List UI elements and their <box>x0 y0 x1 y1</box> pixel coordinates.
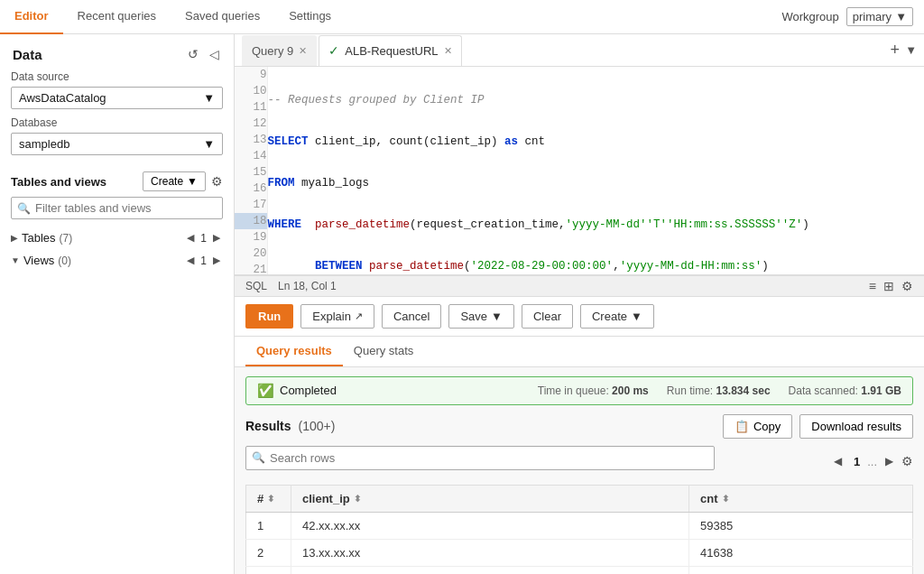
data-scanned-stat: Data scanned: 1.91 GB <box>789 384 901 397</box>
cancel-button[interactable]: Cancel <box>382 304 441 329</box>
copy-button[interactable]: 📋 Copy <box>723 414 792 439</box>
tables-next-btn[interactable]: ▶ <box>210 231 223 245</box>
results-table: # ⬍ client_ip ⬍ <box>245 485 913 575</box>
add-tab-button[interactable]: + <box>887 41 904 60</box>
cell-num: 3 <box>246 566 291 574</box>
tables-prev-btn[interactable]: ◀ <box>184 231 197 245</box>
status-check-icon: ✓ <box>328 43 339 58</box>
status-bar: SQL Ln 18, Col 1 ≡ ⊞ ⚙ <box>235 275 924 297</box>
next-page-button[interactable]: ▶ <box>881 453 898 469</box>
chevron-down-icon: ▼ <box>203 91 215 105</box>
datasource-label: Data source <box>11 70 223 83</box>
search-icon: 🔍 <box>17 202 31 215</box>
tab-saved-queries[interactable]: Saved queries <box>171 0 274 34</box>
views-prev-btn[interactable]: ◀ <box>184 254 197 267</box>
tab-query9[interactable]: Query 9 ✕ <box>242 35 317 66</box>
collapse-icon: ▼ <box>11 255 20 265</box>
layout-icon[interactable]: ⊞ <box>883 279 894 293</box>
create-table-button[interactable]: Create ▼ <box>143 171 206 191</box>
close-query9-icon[interactable]: ✕ <box>299 45 307 57</box>
chevron-down-icon: ▼ <box>203 137 215 151</box>
clear-button[interactable]: Clear <box>522 304 573 329</box>
chevron-down-icon: ▼ <box>895 10 907 23</box>
cell-client-ip: 13.xxx.xxx.xxx <box>291 566 689 574</box>
views-count: (0) <box>58 255 71 267</box>
results-actions: 📋 Copy Download results <box>723 414 913 439</box>
views-page-num: 1 <box>200 255 207 267</box>
main-layout: Data ↺ ◁ Data source AwsDataCatalog ▼ Da… <box>0 34 924 574</box>
editor-tab-bar: Query 9 ✕ ✓ ALB-RequestURL ✕ + ▼ <box>235 34 924 67</box>
tab-recent-queries[interactable]: Recent queries <box>63 0 171 34</box>
tables-tree: ▶ Tables (7) ◀ 1 ▶ ▼ Views (0) ◀ 1 ▶ <box>0 227 234 272</box>
workgroup-select[interactable]: primary ▼ <box>846 7 913 26</box>
filter-tables-input[interactable] <box>11 197 223 219</box>
time-in-queue-stat: Time in queue: 200 ms <box>538 384 649 397</box>
action-bar: Run Explain ↗ Cancel Save ▼ Clear Create… <box>235 297 924 337</box>
cursor-position: Ln 18, Col 1 <box>278 280 337 292</box>
tab-settings[interactable]: Settings <box>274 0 346 34</box>
search-rows-wrap: 🔍 <box>245 446 715 470</box>
close-alb-icon[interactable]: ✕ <box>444 45 452 57</box>
database-select[interactable]: sampledb ▼ <box>11 133 223 155</box>
tables-views-header: Tables and views Create ▼ ⚙ <box>0 162 234 197</box>
views-label: Views <box>23 254 54 267</box>
results-title: Results (100+) <box>245 419 335 433</box>
views-tree-item[interactable]: ▼ Views (0) ◀ 1 ▶ <box>11 249 223 272</box>
results-tab-bar: Query results Query stats <box>235 337 924 367</box>
cell-num: 1 <box>246 512 291 539</box>
page-settings-icon[interactable]: ⚙ <box>901 454 913 468</box>
run-button[interactable]: Run <box>245 304 293 329</box>
tab-alb-requesturl[interactable]: ✓ ALB-RequestURL ✕ <box>319 35 461 66</box>
sidebar-icons: ↺ ◁ <box>186 45 221 63</box>
download-results-button[interactable]: Download results <box>799 414 913 439</box>
search-pagination-row: 🔍 ◀ 1 ... ▶ ⚙ <box>245 446 913 477</box>
chevron-down-icon: ▼ <box>631 310 642 323</box>
completed-stats: Time in queue: 200 ms Run time: 13.834 s… <box>538 384 901 397</box>
gear-icon[interactable]: ⚙ <box>211 174 223 189</box>
tab-alb-label: ALB-RequestURL <box>345 44 438 58</box>
tables-label: Tables <box>22 231 56 245</box>
external-link-icon: ↗ <box>355 310 363 322</box>
table-row: 3 13.xxx.xxx.xxx 15222 <box>246 566 913 574</box>
run-time-stat: Run time: 13.834 sec <box>667 384 771 397</box>
tab-query-results[interactable]: Query results <box>245 337 343 366</box>
save-button[interactable]: Save ▼ <box>448 304 514 329</box>
views-next-btn[interactable]: ▶ <box>210 254 223 267</box>
col-header-client-ip: client_ip ⬍ <box>291 485 689 512</box>
page-dots: ... <box>867 455 877 468</box>
workgroup-area: Workgroup primary ▼ <box>781 7 924 26</box>
results-content: ✅ Completed Time in queue: 200 ms Run ti… <box>235 367 924 575</box>
completed-banner: ✅ Completed Time in queue: 200 ms Run ti… <box>245 376 913 405</box>
collapse-icon[interactable]: ◁ <box>208 45 221 63</box>
table-row: 1 42.xx.xx.xx 59385 <box>246 512 913 539</box>
completed-label: Completed <box>280 384 337 397</box>
tables-count: (7) <box>60 232 73 245</box>
cell-client-ip: 13.xx.xx.xx <box>291 539 689 566</box>
tables-page-num: 1 <box>200 232 207 245</box>
refresh-icon[interactable]: ↺ <box>186 45 200 63</box>
expand-icon: ▶ <box>11 233 18 243</box>
status-bar-right: ≡ ⊞ ⚙ <box>869 279 913 293</box>
create-button[interactable]: Create ▼ <box>580 304 654 329</box>
prev-page-button[interactable]: ◀ <box>829 453 846 469</box>
tab-editor[interactable]: Editor <box>0 0 63 34</box>
sort-icon: ⬍ <box>354 494 361 504</box>
cell-num: 2 <box>246 539 291 566</box>
settings-icon[interactable]: ⚙ <box>901 279 913 293</box>
table-row: 2 13.xx.xx.xx 41638 <box>246 539 913 566</box>
tab-menu-button[interactable]: ▼ <box>905 43 917 57</box>
sidebar-title: Data <box>13 47 42 62</box>
copy-icon: 📋 <box>735 420 749 433</box>
datasource-select[interactable]: AwsDataCatalog ▼ <box>11 87 223 109</box>
editor-area: Query 9 ✕ ✓ ALB-RequestURL ✕ + ▼ 9101112… <box>235 34 924 574</box>
tables-nav: ◀ 1 ▶ <box>184 231 223 245</box>
sort-icon: ⬍ <box>722 494 729 504</box>
views-nav: ◀ 1 ▶ <box>184 254 223 267</box>
col-header-num: # ⬍ <box>246 485 291 512</box>
explain-button[interactable]: Explain ↗ <box>300 304 374 329</box>
tables-tree-item[interactable]: ▶ Tables (7) ◀ 1 ▶ <box>11 227 223 249</box>
search-rows-input[interactable] <box>245 446 715 470</box>
code-editor[interactable]: 910111213 14151617 18 1920212223 -- Requ… <box>235 67 924 275</box>
format-icon[interactable]: ≡ <box>869 279 876 293</box>
tab-query-stats[interactable]: Query stats <box>343 337 424 366</box>
